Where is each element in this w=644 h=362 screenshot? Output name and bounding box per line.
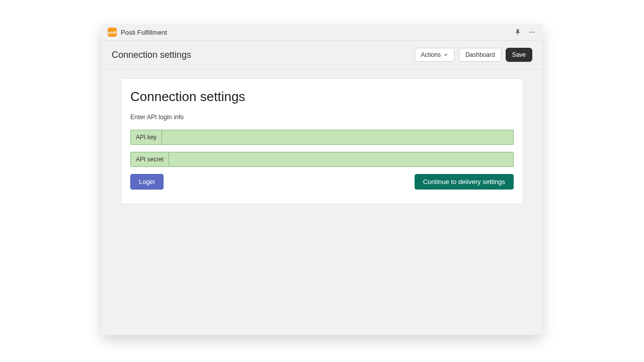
login-label: Login	[139, 178, 155, 186]
app-icon: posti	[108, 28, 117, 37]
titlebar-left: posti Posti Fulfillment	[108, 28, 167, 37]
card-heading: Connection settings	[130, 89, 514, 105]
toolbar-actions: Actions Dashboard Save	[415, 48, 532, 62]
api-key-label: API key	[131, 130, 162, 144]
app-window: posti Posti Fulfillment Connection setti…	[102, 24, 542, 335]
dashboard-button[interactable]: Dashboard	[459, 48, 502, 62]
svg-point-2	[533, 32, 534, 33]
chevron-down-icon	[443, 52, 448, 57]
save-button[interactable]: Save	[506, 48, 532, 62]
more-icon[interactable]	[527, 28, 536, 37]
card-subtext: Enter API login info	[130, 114, 514, 121]
app-title: Posti Fulfillment	[121, 29, 167, 36]
api-secret-field: API secret	[130, 152, 514, 167]
api-secret-label: API secret	[131, 152, 169, 166]
save-label: Save	[512, 51, 526, 58]
continue-button[interactable]: Continue to delivery settings	[415, 174, 514, 190]
svg-point-0	[529, 32, 530, 33]
continue-label: Continue to delivery settings	[423, 178, 505, 186]
api-key-field: API key	[130, 130, 514, 145]
api-secret-input[interactable]	[169, 152, 513, 166]
actions-label: Actions	[421, 51, 441, 58]
login-button[interactable]: Login	[130, 174, 164, 190]
svg-point-1	[531, 32, 532, 33]
content-area: Connection settings Enter API login info…	[102, 69, 542, 335]
toolbar: Connection settings Actions Dashboard Sa…	[102, 41, 542, 69]
settings-card: Connection settings Enter API login info…	[121, 78, 523, 204]
page-title: Connection settings	[112, 50, 191, 60]
pin-icon[interactable]	[513, 28, 522, 37]
actions-dropdown[interactable]: Actions	[415, 48, 455, 62]
titlebar: posti Posti Fulfillment	[102, 24, 542, 41]
button-row: Login Continue to delivery settings	[130, 174, 514, 190]
api-key-input[interactable]	[162, 130, 513, 144]
dashboard-label: Dashboard	[465, 51, 495, 58]
titlebar-right	[513, 28, 536, 37]
